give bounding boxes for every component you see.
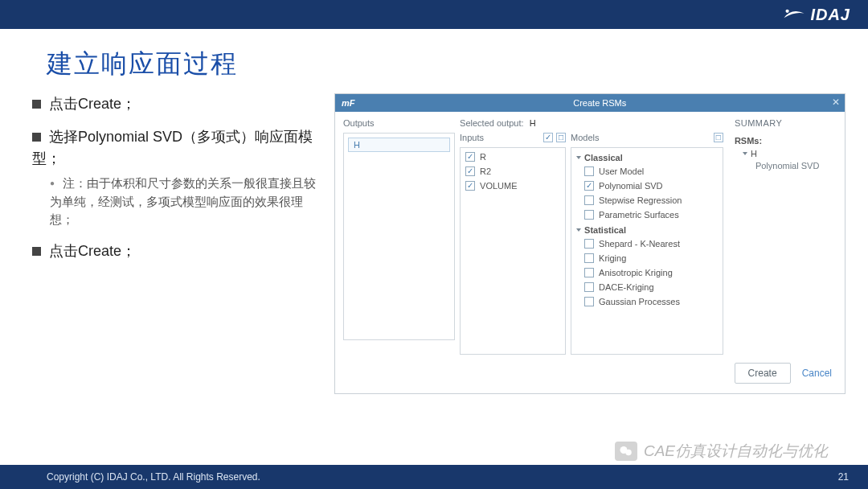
checkbox-icon[interactable]: [584, 282, 594, 292]
resize-handle-icon[interactable]: [565, 148, 566, 354]
close-icon[interactable]: ✕: [832, 97, 840, 108]
checkbox-icon[interactable]: [584, 210, 594, 220]
input-name: VOLUME: [480, 181, 517, 191]
dialog-body: Outputs H Selected output: H Inputs: [335, 112, 845, 355]
checkbox-icon[interactable]: [465, 166, 475, 176]
bullet-item: 点击Create；: [32, 93, 320, 115]
model-name: Gaussian Processes: [599, 297, 680, 306]
model-name: Polynomial SVD: [599, 181, 662, 191]
outputs-listbox[interactable]: H: [343, 133, 455, 340]
checkbox-icon[interactable]: [584, 195, 594, 205]
instructions-panel: 点击Create； 选择Polynomial SVD（多项式）响应面模型； 注：…: [32, 93, 320, 394]
summary-tree: HPolynomial SVD: [735, 149, 840, 171]
top-bar: IDAJ: [0, 0, 868, 29]
summary-item[interactable]: H: [735, 149, 840, 158]
input-checkbox-row[interactable]: R2: [462, 164, 563, 179]
model-name: Stepwise Regression: [599, 195, 682, 205]
models-header: Models □: [571, 133, 723, 142]
model-checkbox-row[interactable]: Polynomial SVD: [573, 179, 721, 193]
input-checkbox-row[interactable]: VOLUME: [462, 179, 563, 193]
bullet-text: 点击Create；: [49, 96, 136, 112]
page-number: 21: [838, 471, 849, 483]
bullet-text: 点击Create；: [49, 243, 136, 259]
model-checkbox-row[interactable]: Anisotropic Kriging: [573, 265, 721, 280]
summary-rsms-label: RSMs:: [735, 136, 840, 146]
input-name: R2: [480, 166, 491, 176]
dialog-title: Create RSMs: [355, 98, 845, 108]
svg-point-2: [625, 450, 632, 456]
check-all-icon[interactable]: ✓: [543, 133, 553, 142]
checkbox-icon[interactable]: [465, 152, 475, 162]
bullet-item: 点击Create；: [32, 240, 320, 262]
summary-sub-item: Polynomial SVD: [735, 161, 840, 171]
inputs-column: Inputs ✓ □ RR2VOLUME: [460, 133, 566, 355]
model-checkbox-row[interactable]: Shepard - K-Nearest: [573, 236, 721, 251]
app-icon: mF: [335, 98, 355, 108]
wechat-watermark: CAE仿真设计自动化与优化: [615, 441, 828, 462]
checkbox-icon[interactable]: [584, 253, 594, 263]
bullet-note-text: 注：由于体积和尺寸参数的关系一般很直接且较为单纯，经测试，多项式模型响应面的效果…: [50, 176, 316, 226]
output-item[interactable]: H: [348, 138, 450, 152]
model-checkbox-row[interactable]: Kriging: [573, 251, 721, 265]
uncheck-all-icon[interactable]: □: [714, 133, 723, 142]
brand-logo: IDAJ: [783, 6, 850, 24]
input-name: R: [480, 152, 486, 162]
models-listbox[interactable]: ClassicalUser ModelPolynomial SVDStepwis…: [571, 147, 723, 355]
svg-point-0: [786, 10, 789, 13]
bullet-text: 选择Polynomial SVD（多项式）响应面模型；: [32, 129, 313, 166]
checkbox-icon[interactable]: [584, 181, 594, 191]
model-name: DACE-Kriging: [599, 282, 653, 292]
brand-swoosh-icon: [783, 6, 805, 23]
model-name: Parametric Surfaces: [599, 210, 679, 220]
models-column: Models □ ClassicalUser ModelPolynomial S…: [571, 133, 723, 355]
copyright-text: Copyright (C) IDAJ Co., LTD. All Rights …: [47, 471, 260, 483]
create-button[interactable]: Create: [735, 363, 791, 384]
cancel-button[interactable]: Cancel: [799, 363, 835, 384]
model-checkbox-row[interactable]: Gaussian Processes: [573, 294, 721, 309]
model-name: Shepard - K-Nearest: [599, 239, 680, 249]
models-label: Models: [571, 133, 599, 142]
content-area: 点击Create； 选择Polynomial SVD（多项式）响应面模型； 注：…: [0, 93, 868, 394]
model-group-header[interactable]: Classical: [573, 150, 721, 164]
dialog-titlebar[interactable]: mF Create RSMs ✕: [335, 94, 845, 112]
model-checkbox-row[interactable]: DACE-Kriging: [573, 280, 721, 294]
model-group-header[interactable]: Statistical: [573, 222, 721, 236]
input-checkbox-row[interactable]: R: [462, 150, 563, 164]
center-column: Selected output: H Inputs ✓ □: [460, 118, 723, 355]
model-name: Anisotropic Kriging: [599, 268, 673, 277]
resize-handle-icon[interactable]: [454, 134, 455, 339]
outputs-label: Outputs: [343, 118, 375, 128]
footer-bar: Copyright (C) IDAJ Co., LTD. All Rights …: [0, 465, 868, 489]
summary-column: SUMMARY RSMs: HPolynomial SVD: [728, 118, 840, 355]
checkbox-icon[interactable]: [465, 181, 475, 191]
inputs-listbox[interactable]: RR2VOLUME: [460, 147, 566, 355]
uncheck-all-icon[interactable]: □: [556, 133, 566, 142]
model-checkbox-row[interactable]: Parametric Surfaces: [573, 208, 721, 222]
create-rsms-dialog: mF Create RSMs ✕ Outputs H Selected outp…: [334, 93, 845, 394]
checkbox-icon[interactable]: [584, 297, 594, 306]
selected-output-label: Selected output:: [460, 118, 524, 128]
wechat-text: CAE仿真设计自动化与优化: [644, 441, 828, 462]
summary-header: SUMMARY: [735, 118, 840, 128]
dialog-footer: Create Cancel: [335, 355, 845, 393]
model-name: Kriging: [599, 253, 626, 263]
bullet-item: 选择Polynomial SVD（多项式）响应面模型；: [32, 126, 320, 170]
checkbox-icon[interactable]: [584, 166, 594, 176]
checkbox-icon[interactable]: [584, 239, 594, 249]
selected-output-value: H: [530, 118, 536, 128]
bullet-note: 注：由于体积和尺寸参数的关系一般很直接且较为单纯，经测试，多项式模型响应面的效果…: [50, 175, 320, 229]
checkbox-icon[interactable]: [584, 268, 594, 277]
outputs-column: Outputs H: [343, 118, 455, 355]
model-name: User Model: [599, 166, 644, 176]
selected-output-row: Selected output: H: [460, 118, 723, 128]
wechat-icon: [615, 442, 637, 461]
brand-text: IDAJ: [810, 6, 850, 24]
inputs-label: Inputs: [460, 133, 484, 142]
model-checkbox-row[interactable]: Stepwise Regression: [573, 193, 721, 208]
inputs-header: Inputs ✓ □: [460, 133, 566, 142]
model-checkbox-row[interactable]: User Model: [573, 164, 721, 179]
slide-title: 建立响应面过程: [0, 29, 868, 93]
outputs-header: Outputs: [343, 118, 455, 128]
